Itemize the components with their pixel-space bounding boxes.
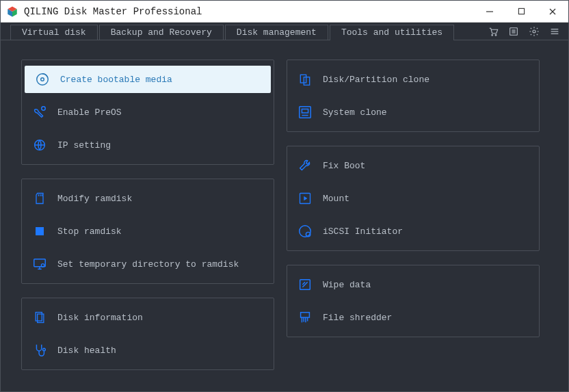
item-label: Fix Boot: [323, 161, 365, 171]
item-modify-ramdisk[interactable]: Modify ramdisk: [22, 182, 274, 215]
tab-tools-utilities[interactable]: Tools and utilities: [330, 25, 454, 40]
titlebar: QILING Disk Master Professional: [1, 1, 568, 23]
tab-disk-management[interactable]: Disk management: [225, 25, 328, 40]
clone-icon: [297, 71, 313, 88]
svg-point-19: [42, 107, 46, 111]
content-area: Create bootable media Enable PreOS IP se…: [1, 40, 568, 384]
menu-icon[interactable]: [549, 26, 560, 37]
tab-label: Tools and utilities: [341, 27, 442, 38]
svg-marker-39: [304, 196, 307, 201]
monitor-gear-icon: [31, 256, 48, 272]
left-column: Create bootable media Enable PreOS IP se…: [21, 60, 274, 370]
right-column: Disk/Partition clone System clone Fix Bo…: [287, 60, 540, 370]
svg-rect-43: [301, 313, 310, 317]
tab-backup-recovery[interactable]: Backup and Recovery: [99, 25, 224, 40]
item-set-temp-directory[interactable]: Set temporary directory to ramdisk: [22, 248, 274, 280]
settings-icon[interactable]: [529, 26, 540, 37]
item-label: Mount: [323, 194, 349, 204]
tab-label: Virtual disk: [22, 27, 86, 38]
svg-rect-36: [302, 109, 308, 113]
maximize-button[interactable]: [505, 1, 537, 22]
eraser-icon: [297, 276, 313, 293]
svg-rect-35: [300, 107, 311, 118]
documents-icon: [31, 309, 48, 326]
toolbar-right: [488, 23, 560, 40]
item-wipe-data[interactable]: Wipe data: [287, 268, 539, 301]
stop-icon: [31, 223, 48, 239]
app-title: QILING Disk Master Professional: [24, 6, 474, 17]
item-label: File shredder: [323, 313, 392, 323]
svg-rect-34: [304, 77, 309, 86]
item-label: Disk information: [57, 313, 143, 323]
group-clone: Disk/Partition clone System clone: [287, 60, 540, 132]
item-file-shredder[interactable]: File shredder: [287, 301, 539, 334]
svg-rect-4: [518, 8, 524, 14]
item-label: Enable PreOS: [57, 107, 122, 118]
stethoscope-icon: [31, 342, 48, 358]
item-label: Set temporary directory to ramdisk: [57, 259, 239, 270]
tab-label: Disk management: [237, 27, 317, 38]
svg-point-18: [41, 78, 44, 81]
item-fix-boot[interactable]: Fix Boot: [287, 149, 539, 182]
svg-point-13: [533, 30, 535, 33]
group-mount: Fix Boot Mount iSCSI Initiator: [287, 146, 540, 251]
item-iscsi-initiator[interactable]: iSCSI Initiator: [287, 215, 539, 248]
wrench-icon: [297, 157, 313, 174]
system-clone-icon: [297, 104, 313, 120]
item-label: IP setting: [57, 140, 111, 151]
item-label: System clone: [323, 107, 387, 118]
item-label: Create bootable media: [60, 75, 172, 85]
item-disk-health[interactable]: Disk health: [22, 334, 274, 367]
item-mount[interactable]: Mount: [287, 182, 539, 215]
wrench-gear-icon: [31, 104, 48, 120]
item-disk-partition-clone[interactable]: Disk/Partition clone: [287, 63, 539, 96]
cart-icon[interactable]: [488, 26, 499, 37]
item-system-clone[interactable]: System clone: [287, 96, 539, 129]
group-disk-info: Disk information Disk health: [21, 298, 274, 370]
tab-virtual-disk[interactable]: Virtual disk: [10, 25, 98, 40]
sdcard-icon: [31, 190, 48, 207]
svg-point-7: [492, 34, 493, 36]
item-label: Disk health: [57, 345, 116, 356]
group-ramdisk: Modify ramdisk Stop ramdisk Set temporar…: [21, 179, 274, 284]
item-label: Disk/Partition clone: [323, 75, 429, 85]
play-icon: [297, 190, 313, 207]
item-label: iSCSI Initiator: [323, 226, 403, 237]
item-enable-preos[interactable]: Enable PreOS: [22, 96, 274, 129]
item-create-bootable-media[interactable]: Create bootable media: [25, 66, 271, 93]
svg-point-8: [495, 34, 497, 36]
tab-bar: Virtual disk Backup and Recovery Disk ma…: [1, 23, 568, 40]
target-icon: [297, 223, 313, 239]
svg-rect-26: [34, 259, 46, 267]
item-disk-information[interactable]: Disk information: [22, 301, 274, 334]
item-label: Wipe data: [323, 280, 371, 290]
svg-rect-25: [36, 227, 44, 235]
close-button[interactable]: [537, 1, 568, 22]
group-wipe: Wipe data File shredder: [287, 265, 540, 337]
item-stop-ramdisk[interactable]: Stop ramdisk: [22, 215, 274, 248]
shredder-icon: [297, 309, 313, 326]
svg-point-32: [43, 348, 46, 351]
item-ip-setting[interactable]: IP setting: [22, 129, 274, 161]
svg-point-29: [41, 264, 44, 267]
list-icon[interactable]: [508, 26, 519, 37]
disc-icon: [34, 71, 51, 88]
globe-icon: [31, 137, 48, 153]
item-label: Stop ramdisk: [57, 226, 122, 237]
svg-point-40: [300, 226, 311, 237]
tab-label: Backup and Recovery: [111, 27, 212, 38]
minimize-button[interactable]: [474, 1, 505, 22]
svg-rect-33: [300, 75, 306, 83]
group-boot-tools: Create bootable media Enable PreOS IP se…: [21, 60, 274, 165]
app-logo-icon: [6, 5, 18, 18]
item-label: Modify ramdisk: [57, 194, 132, 204]
